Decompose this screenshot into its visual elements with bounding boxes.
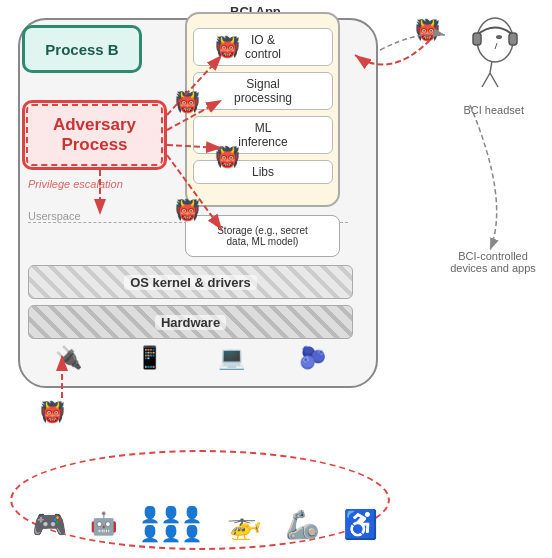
circuit-board-icon: 🔌 — [55, 345, 82, 371]
hardware-items: 🔌 📱 💻 🫐 — [28, 345, 353, 371]
monster-icon-4: 👹 — [175, 198, 200, 222]
bci-headset-label: BCI headset — [463, 104, 524, 116]
headset-person-svg — [440, 15, 530, 100]
os-kernel-label: OS kernel & drivers — [124, 275, 257, 290]
svg-line-7 — [495, 43, 497, 49]
raspberry-pi-icon: 💻 — [218, 345, 245, 371]
hardware-box: Hardware — [28, 305, 353, 339]
bci-io-item: IO &control — [193, 28, 333, 66]
phone-icon: 📱 — [136, 345, 163, 371]
gamepad-icon: 🎮 — [32, 508, 67, 541]
robotic-hand-icon: 🦾 — [285, 508, 320, 541]
drone-icon: 🚁 — [227, 508, 262, 541]
robot-icon: 🤖 — [90, 511, 117, 537]
bci-app-box: IO &control Signalprocessing MLinference… — [185, 12, 340, 207]
bci-libs-item: Libs — [193, 160, 333, 184]
monster-icon-2: 👹 — [175, 90, 200, 114]
userspace-label: Userspace — [28, 210, 81, 222]
svg-rect-4 — [473, 33, 481, 45]
monster-icon-headset: 👹 — [415, 18, 440, 42]
bci-devices-label: BCI-controlleddevices and apps — [448, 250, 538, 274]
os-kernel-box: OS kernel & drivers — [28, 265, 353, 299]
svg-line-2 — [482, 73, 490, 87]
process-b-box: Process B — [22, 25, 142, 73]
diagram-container: BCI App IO &control Signalprocessing MLi… — [0, 0, 552, 558]
monster-icon-1: 👹 — [215, 35, 240, 59]
bci-ml-item: MLinference — [193, 116, 333, 154]
adversary-box: AdversaryProcess — [22, 100, 167, 170]
hardware-label: Hardware — [155, 315, 226, 330]
storage-label: Storage (e.g., secretdata, ML model) — [215, 223, 310, 249]
raspberry-fruit-icon: 🫐 — [299, 345, 326, 371]
monster-icon-3: 👹 — [215, 145, 240, 169]
bottom-devices-row: 🎮 🤖 👤👤👤👤👤👤 🚁 🦾 ♿ — [20, 505, 390, 543]
bci-signal-item: Signalprocessing — [193, 72, 333, 110]
adversary-label: AdversaryProcess — [53, 115, 136, 156]
monster-icon-5: 👹 — [40, 400, 65, 424]
svg-point-0 — [477, 18, 513, 62]
svg-line-1 — [490, 61, 492, 73]
privilege-escalation-text: Privilege escalation — [28, 178, 123, 190]
process-b-label: Process B — [45, 41, 118, 58]
svg-point-6 — [496, 35, 502, 39]
head-silhouettes-icon: 👤👤👤👤👤👤 — [140, 505, 203, 543]
svg-rect-5 — [509, 33, 517, 45]
svg-line-3 — [490, 73, 498, 87]
wheelchair-icon: ♿ — [343, 508, 378, 541]
storage-box: Storage (e.g., secretdata, ML model) — [185, 215, 340, 257]
headset-person-area — [440, 15, 530, 100]
